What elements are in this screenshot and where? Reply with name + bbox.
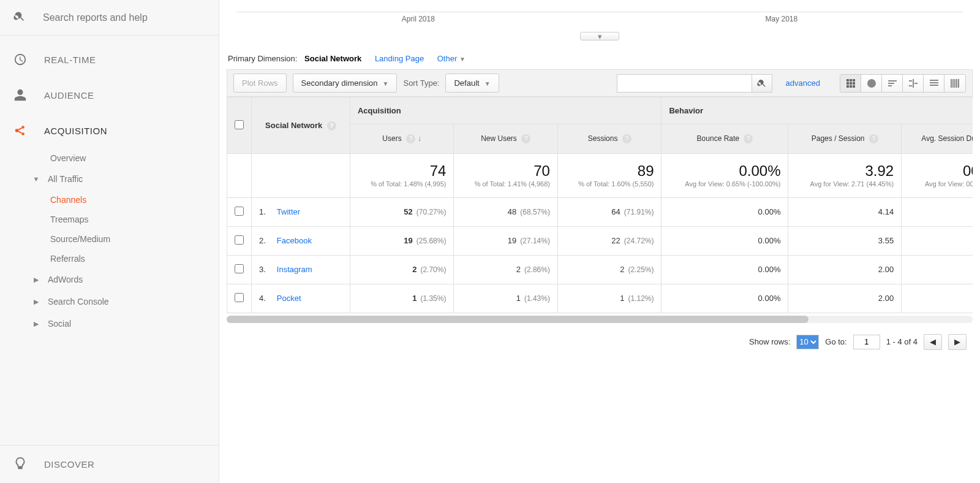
view-table-button[interactable] (840, 75, 861, 92)
clock-icon (13, 53, 27, 66)
col-new-users[interactable]: New Users ? (454, 124, 558, 154)
svg-rect-11 (853, 85, 855, 88)
nav-realtime[interactable]: REAL-TIME (0, 42, 219, 77)
help-icon[interactable]: ? (744, 134, 753, 143)
help-icon[interactable]: ? (406, 134, 415, 143)
plot-rows-button[interactable]: Plot Rows (233, 74, 287, 93)
cell-bounce: 0.00% (662, 226, 788, 255)
col-users[interactable]: Users ?↓ (350, 124, 454, 154)
data-table-wrap: Social Network ? Acquisition Behavior Co… (227, 97, 973, 313)
view-switcher (840, 74, 966, 93)
sub-adwords-label: AdWords (48, 275, 83, 284)
rows-per-page-select[interactable]: 10 (796, 335, 819, 349)
header-checkbox-cell (227, 97, 252, 154)
scrollbar-thumb[interactable] (227, 316, 809, 323)
help-icon[interactable]: ? (622, 134, 631, 143)
chart-collapse-toggle[interactable]: ▾ (580, 32, 619, 40)
nav-discover[interactable]: DISCOVER (0, 445, 219, 483)
sub-channels[interactable]: Channels (0, 190, 219, 210)
nav-acquisition[interactable]: ACQUISITION (0, 113, 219, 148)
svg-rect-19 (909, 85, 912, 86)
caret-down-icon: ▼ (383, 80, 389, 87)
total-asd: 00:00:54Avg for View: 00:00:54 (-0.12%) (902, 154, 973, 198)
svg-rect-14 (888, 83, 894, 84)
col-group-behavior: Behavior (662, 97, 973, 124)
sub-treemaps[interactable]: Treemaps (0, 210, 219, 229)
dim-social-network[interactable]: Social Network (304, 54, 361, 63)
secondary-dimension-button[interactable]: Secondary dimension▼ (293, 74, 398, 93)
caret-down-icon: ▼ (484, 80, 491, 87)
cell-sessions: 1(1.12%) (557, 284, 662, 313)
prev-page-button[interactable]: ◀ (924, 334, 942, 350)
help-icon[interactable]: ? (869, 134, 878, 143)
col-bounce-rate[interactable]: Bounce Rate ? (662, 124, 788, 154)
help-icon[interactable]: ? (521, 134, 530, 143)
col-avg-session-duration[interactable]: Avg. Session Duration ? (902, 124, 973, 154)
view-bar-button[interactable] (882, 75, 903, 92)
table-toolbar: Plot Rows Secondary dimension▼ Sort Type… (227, 69, 973, 97)
svg-rect-26 (956, 79, 957, 88)
table-search-button[interactable] (752, 74, 772, 93)
advanced-link[interactable]: advanced (786, 78, 820, 88)
row-link[interactable]: Instagram (277, 265, 312, 274)
svg-rect-24 (952, 79, 954, 88)
row-checkbox[interactable] (235, 293, 244, 302)
cell-new-users: 2(2.86%) (454, 255, 558, 284)
cell-sessions: 2(2.25%) (557, 255, 662, 284)
sub-all-traffic-label: All Traffic (48, 174, 83, 184)
goto-label: Go to: (825, 337, 846, 346)
view-pie-button[interactable] (861, 75, 882, 92)
row-link[interactable]: Pocket (277, 294, 301, 303)
view-term-cloud-button[interactable] (924, 75, 944, 92)
sub-overview[interactable]: Overview (0, 148, 219, 168)
cell-bounce: 0.00% (662, 197, 788, 226)
view-comparison-button[interactable] (903, 75, 924, 92)
select-all-checkbox[interactable] (235, 120, 244, 129)
row-link[interactable]: Facebook (277, 236, 312, 245)
col-pages-per-session[interactable]: Pages / Session ? (788, 124, 902, 154)
row-checkbox[interactable] (235, 207, 244, 216)
sub-all-traffic[interactable]: ▼ All Traffic (0, 168, 219, 190)
total-sessions: 89% of Total: 1.60% (5,550) (557, 154, 662, 198)
cell-asd: 00:00:57 (902, 226, 973, 255)
svg-rect-25 (954, 79, 956, 88)
caret-down-icon: ▼ (459, 56, 466, 63)
row-link[interactable]: Twitter (277, 207, 300, 216)
dim-landing-page[interactable]: Landing Page (375, 54, 424, 63)
horizontal-scrollbar[interactable] (227, 316, 973, 323)
sub-social[interactable]: ▶ Social (0, 313, 219, 335)
sub-source-medium[interactable]: Source/Medium (0, 229, 219, 249)
help-icon[interactable]: ? (327, 121, 336, 131)
data-table: Social Network ? Acquisition Behavior Co… (227, 97, 973, 313)
sub-social-label: Social (48, 319, 71, 329)
goto-input[interactable] (853, 335, 880, 349)
primary-dimension-label: Primary Dimension: (228, 54, 297, 63)
next-page-button[interactable]: ▶ (948, 334, 967, 350)
col-social-network[interactable]: Social Network ? (252, 97, 350, 154)
totals-row: 74% of Total: 1.48% (4,995) 70% of Total… (227, 154, 973, 198)
sort-default-button[interactable]: Default▼ (445, 74, 499, 93)
svg-rect-17 (909, 80, 912, 82)
col-sessions[interactable]: Sessions ? (557, 124, 662, 154)
nav-realtime-label: REAL-TIME (44, 55, 96, 65)
cell-asd: 00:00:56 (902, 197, 973, 226)
row-checkbox[interactable] (235, 235, 244, 245)
view-pivot-button[interactable] (944, 75, 965, 92)
cell-name: 3.Instagram (252, 255, 350, 284)
sub-referrals[interactable]: Referrals (0, 249, 219, 268)
cell-asd: 00:00:00 (902, 284, 973, 313)
search-input[interactable] (43, 12, 205, 23)
axis-label-1: April 2018 (402, 15, 435, 23)
row-checkbox[interactable] (235, 264, 244, 273)
search-row (0, 0, 219, 36)
nav-audience[interactable]: AUDIENCE (0, 77, 219, 113)
sub-search-console[interactable]: ▶ Search Console (0, 291, 219, 313)
svg-rect-15 (888, 85, 892, 86)
dim-other[interactable]: Other ▼ (437, 54, 466, 63)
cell-sessions: 64(71.91%) (557, 197, 662, 226)
sub-adwords[interactable]: ▶ AdWords (0, 268, 219, 291)
cell-bounce: 0.00% (662, 284, 788, 313)
table-search-input[interactable] (617, 74, 752, 93)
svg-rect-22 (930, 85, 938, 86)
nav-audience-label: AUDIENCE (44, 90, 94, 101)
